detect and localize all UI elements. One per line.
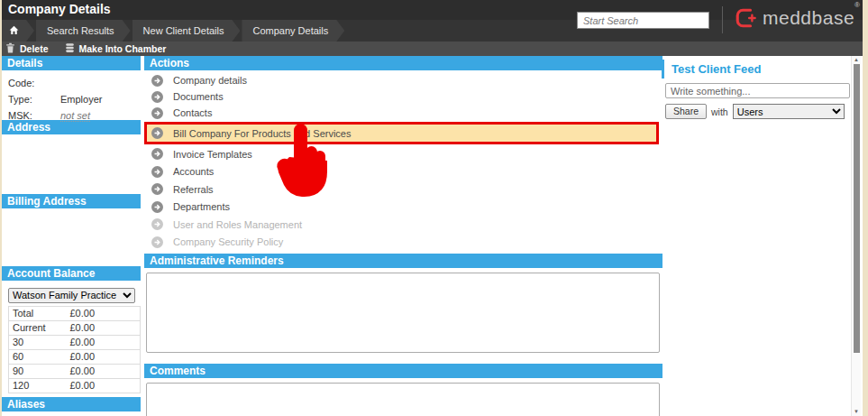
registered-mark: ®: [854, 1, 860, 9]
action-item-user-roles-management: User and Roles Management: [144, 216, 662, 234]
balance-row-label: Current: [9, 320, 67, 335]
meddbase-logo: meddbase®: [735, 7, 860, 29]
field-code: Code:: [2, 75, 141, 91]
scroll-up-icon[interactable]: ▲: [852, 56, 861, 64]
account-balance-table: Total £0.00 Current £0.00 30 £0.00 60 £0…: [8, 306, 141, 393]
action-label: Company details: [173, 75, 247, 86]
action-label: Departments: [173, 201, 230, 212]
breadcrumb-new-client-details[interactable]: New Client Details: [132, 20, 241, 42]
feed-post-input[interactable]: [665, 83, 850, 98]
action-label: Accounts: [173, 166, 214, 177]
aliases-empty-text: This company has no aliases.: [2, 411, 141, 416]
details-header: Details: [2, 56, 141, 70]
administrative-reminders-textarea[interactable]: [146, 273, 660, 353]
arrow-right-circle-icon: [151, 148, 163, 160]
main-panel: Actions Company details Documents Contac…: [144, 56, 662, 416]
scroll-down-icon[interactable]: ▼: [852, 408, 861, 416]
make-into-chamber-button[interactable]: Make Into Chamber: [65, 42, 167, 55]
arrow-right-circle-icon: [151, 166, 163, 178]
table-row: Current £0.00: [9, 320, 141, 335]
field-value-not-set[interactable]: not set: [60, 110, 90, 122]
action-item-contacts[interactable]: Contacts: [144, 105, 662, 121]
table-row: 60 £0.00: [9, 349, 141, 364]
balance-row-label: 60: [9, 349, 67, 364]
page-title: Company Details: [8, 2, 111, 16]
practice-select[interactable]: Watson Family Practice: [8, 288, 135, 303]
action-item-departments[interactable]: Departments: [144, 199, 662, 217]
breadcrumb-search-results[interactable]: Search Results: [36, 20, 131, 42]
comments-textarea[interactable]: [146, 383, 660, 416]
comments-header: Comments: [144, 364, 662, 378]
client-feed-panel: Test Client Feed Share with Users: [662, 56, 853, 119]
logo-text: meddbase®: [763, 7, 860, 29]
billing-address-header: Billing Address: [2, 194, 141, 208]
aliases-header: Aliases: [2, 397, 141, 411]
table-row: 30 £0.00: [9, 335, 141, 349]
field-type: Type: Employer: [2, 91, 141, 107]
meddbase-logo-icon: [735, 7, 756, 29]
audience-select[interactable]: Users: [733, 104, 845, 119]
balance-row-label: 120: [9, 378, 67, 393]
action-label: User and Roles Management: [173, 219, 302, 230]
balance-row-label: Total: [9, 306, 67, 320]
balance-row-value: £0.00: [67, 364, 141, 378]
company-details-page: Company Details Search Results New Clien…: [0, 0, 868, 416]
action-item-company-security-policy: Company Security Policy: [144, 234, 662, 252]
action-item-documents[interactable]: Documents: [144, 88, 662, 105]
action-item-accounts[interactable]: Accounts: [144, 163, 662, 181]
account-balance-header: Account Balance: [2, 266, 141, 281]
arrow-right-circle-icon: [151, 183, 163, 195]
arrow-right-circle-icon: [151, 218, 163, 230]
details-fields: Code: Type: Employer MSK: not set: [2, 70, 141, 120]
address-body: [2, 134, 141, 194]
with-label: with: [711, 106, 728, 117]
home-icon: [8, 24, 20, 38]
action-label: Company Security Policy: [173, 236, 283, 247]
arrow-right-circle-icon: [151, 107, 163, 119]
scrollbar-thumb[interactable]: [854, 64, 860, 353]
table-row: Total £0.00: [9, 306, 141, 320]
arrow-right-circle-icon: [151, 127, 163, 139]
action-item-company-details[interactable]: Company details: [144, 72, 662, 88]
balance-row-label: 30: [9, 335, 67, 349]
table-row: 120 £0.00: [9, 378, 141, 393]
breadcrumb-company-details[interactable]: Company Details: [242, 20, 344, 42]
search-input[interactable]: [577, 12, 709, 29]
feed-title: Test Client Feed: [662, 60, 853, 79]
field-label: Type:: [8, 94, 60, 105]
share-button[interactable]: Share: [665, 104, 707, 119]
balance-row-value: £0.00: [67, 349, 141, 364]
breadcrumb-label: Search Results: [47, 25, 114, 36]
balance-row-value: £0.00: [67, 335, 141, 349]
address-header: Address: [2, 120, 141, 134]
action-toolbar: Delete Make Into Chamber: [0, 42, 868, 56]
window-edge-right: [863, 0, 868, 416]
vertical-scrollbar[interactable]: ▲ ▼: [851, 56, 861, 416]
balance-row-value: £0.00: [67, 378, 141, 393]
arrow-right-circle-icon: [151, 201, 163, 213]
pointer-hand-icon: [273, 123, 329, 199]
balance-row-value: £0.00: [67, 320, 141, 335]
account-balance-body: Watson Family Practice Total £0.00 Curre…: [2, 281, 141, 397]
logo-divider: [722, 6, 723, 33]
trash-icon: [5, 42, 15, 55]
chamber-label: Make Into Chamber: [79, 43, 167, 54]
action-label: Contacts: [173, 107, 212, 118]
table-row: 90 £0.00: [9, 364, 141, 378]
feed-share-row: Share with Users: [665, 104, 853, 119]
action-label: Invoice Templates: [173, 149, 252, 160]
delete-button[interactable]: Delete: [5, 42, 49, 55]
field-value: Employer: [60, 94, 102, 105]
left-panel: Details Code: Type: Employer MSK: not se…: [2, 56, 141, 416]
action-item-referrals[interactable]: Referrals: [144, 180, 662, 199]
actions-list: Company details Documents Contacts Bill …: [144, 70, 662, 251]
action-item-bill-company-highlighted[interactable]: Bill Company For Products and Services: [144, 122, 659, 144]
balance-row-label: 90: [9, 364, 67, 378]
window-edge-left: [0, 0, 2, 416]
action-item-invoice-templates[interactable]: Invoice Templates: [144, 145, 662, 163]
breadcrumb-home-tab[interactable]: [0, 20, 34, 42]
actions-header: Actions: [144, 56, 662, 70]
breadcrumb-label: New Client Details: [143, 25, 224, 36]
arrow-right-circle-icon: [151, 236, 163, 248]
arrow-right-circle-icon: [151, 75, 163, 87]
